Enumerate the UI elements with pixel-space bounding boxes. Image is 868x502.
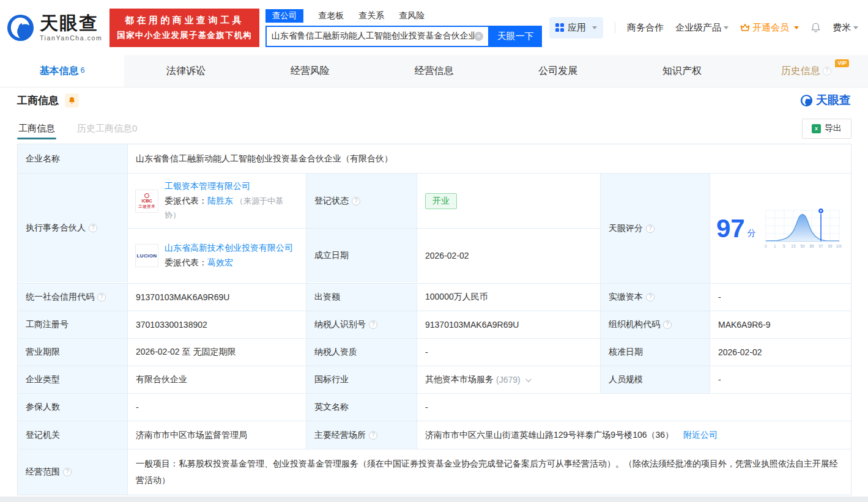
row-establish-date: 成立日期 2026-02-02 <box>306 228 601 282</box>
help-icon[interactable]: ? <box>646 224 655 233</box>
clear-search-icon[interactable]: × <box>474 32 483 41</box>
tab-basic-info[interactable]: 基本信息 6 <box>0 55 124 87</box>
industry-code: (J679) <box>496 375 521 385</box>
help-icon[interactable]: ? <box>646 293 655 301</box>
partner-company-link[interactable]: 山东省高新技术创业投资有限公司 <box>165 243 293 253</box>
svg-text:1: 1 <box>774 244 776 248</box>
representative-link[interactable]: 葛效宏 <box>207 257 233 267</box>
row-company-name: 企业名称 山东省鲁信工融新动能人工智能创业投资基金合伙企业（有限合伙） <box>18 144 851 174</box>
tab-legal-litigation[interactable]: 法律诉讼 <box>124 55 248 87</box>
chevron-down-icon <box>853 26 858 29</box>
help-icon[interactable]: ? <box>369 431 377 440</box>
row-business-scope: 经营范围 ? 一般项目：私募股权投资基金管理、创业投资基金管理服务（须在中国证券… <box>18 449 851 495</box>
tab-history-info[interactable]: VIP 历史信息 ? <box>744 55 868 87</box>
search-input[interactable] <box>272 31 474 41</box>
score-distribution-chart: 0 1 5 15 50 85 97 99 100 <box>761 205 842 253</box>
nav-business-cooperation[interactable]: 商务合作 <box>627 22 664 34</box>
subtab-history-business-info[interactable]: 历史工商信息0 <box>76 114 138 143</box>
search-tab-boss[interactable]: 查老板 <box>318 10 344 21</box>
staff-size-label: 人员规模 <box>601 366 710 393</box>
row-insured-count: 参保人数 - 英文名称 - <box>18 394 851 421</box>
score-axis-ticks: 0 1 5 15 50 85 97 99 100 <box>765 244 842 248</box>
ad-banner[interactable]: 都在用的商业查询工具 国家中小企业发展子基金旗下机构 <box>109 9 259 47</box>
help-icon[interactable]: ? <box>663 320 672 329</box>
svg-text:99: 99 <box>828 244 833 248</box>
establish-date-value: 2026-02-02 <box>417 229 601 282</box>
partner-company-link[interactable]: 工银资本管理有限公司 <box>165 181 250 191</box>
row-credit-code: 统一社会信用代码 ? 91370103MAK6A9R69U 出资额 100000… <box>18 284 851 311</box>
search-tab-company[interactable]: 查公司 <box>265 9 304 23</box>
approval-date-value: 2026-02-02 <box>710 339 851 366</box>
logo-title: 天眼查 <box>40 13 102 33</box>
business-scope-value: 一般项目：私募股权投资基金管理、创业投资基金管理服务（须在中国证券投资基金业协会… <box>128 449 851 495</box>
help-icon[interactable]: ? <box>63 468 72 476</box>
page-bottom-strip <box>0 496 868 502</box>
tianyancha-wave-icon <box>6 13 35 42</box>
tyc-score-label: 天眼评分 ? <box>601 174 710 283</box>
org-code-value: MAK6A9R6-9 <box>710 311 851 338</box>
svg-text:15: 15 <box>791 244 796 248</box>
section-header: 工商信息 天眼查 <box>0 87 868 113</box>
vip-badge: VIP <box>835 59 849 67</box>
search-tab-relation[interactable]: 查关系 <box>358 10 384 21</box>
company-detail-tabs: 基本信息 6 法律诉讼 经营风险 经营信息 公司发展 知识产权 VIP 历史信息… <box>0 55 868 87</box>
english-name-value: - <box>417 394 851 421</box>
nav-enterprise-products[interactable]: 企业级产品 <box>675 22 729 34</box>
svg-text:100: 100 <box>836 244 842 248</box>
apps-menu-button[interactable]: 应用 <box>549 17 603 39</box>
help-icon[interactable]: ? <box>89 224 97 232</box>
paid-in-capital-value: - <box>710 284 851 311</box>
tab-company-development[interactable]: 公司发展 <box>496 55 620 87</box>
svg-text:0: 0 <box>765 244 767 248</box>
tab-basic-info-count: 6 <box>80 66 84 75</box>
nearby-companies-link[interactable]: 附近公司 <box>683 430 718 441</box>
subtab-business-info[interactable]: 工商信息 <box>17 114 56 143</box>
tab-intellectual-property[interactable]: 知识产权 <box>620 55 744 87</box>
taxpayer-qualification-value: - <box>417 339 601 366</box>
help-icon[interactable]: ? <box>823 67 831 75</box>
approval-date-label: 核准日期 <box>601 339 710 366</box>
lucion-logo: LUCION <box>135 244 158 267</box>
row-reg-status: 登记状态 ? 开业 <box>306 174 601 228</box>
contributed-capital-value: 100000万人民币 <box>417 284 601 311</box>
help-icon[interactable]: ? <box>97 293 106 301</box>
tianyancha-wave-icon <box>800 94 813 107</box>
search-button[interactable]: 天眼一下 <box>489 26 542 47</box>
top-bar: 天眼查 TianYanCha.com 都在用的商业查询工具 国家中小企业发展子基… <box>0 0 868 55</box>
search-box[interactable]: × <box>265 26 489 47</box>
search-type-tabs: 查公司 查老板 查关系 查风险 <box>265 9 542 23</box>
status-badge: 开业 <box>425 193 457 209</box>
help-icon[interactable]: ? <box>369 320 377 329</box>
tab-operation-info[interactable]: 经营信息 <box>372 55 496 87</box>
main-premises-value: 济南市市中区六里山街道英雄山路129号祥泰广场9号楼106（36） 附近公司 <box>417 421 851 449</box>
tianyancha-logo[interactable]: 天眼查 TianYanCha.com <box>6 13 102 42</box>
chevron-down-icon <box>794 26 799 29</box>
rep-label: 委派代表： <box>165 257 207 267</box>
subscribe-bell-button[interactable] <box>65 94 79 108</box>
apps-label: 应用 <box>568 22 586 34</box>
chevron-down-icon[interactable] <box>525 376 532 382</box>
tianyancha-watermark: 天眼查 <box>800 92 851 108</box>
nav-user-menu[interactable]: 费米 <box>833 22 858 34</box>
credit-code-label: 统一社会信用代码 ? <box>18 284 128 311</box>
bell-icon <box>811 22 821 33</box>
icbc-capital-logo: ICBC 工银资本 <box>135 190 158 213</box>
export-button[interactable]: x 导出 <box>802 119 851 139</box>
reg-number-value: 370103300138902 <box>128 311 306 338</box>
notifications-button[interactable] <box>811 22 821 33</box>
bell-icon <box>68 96 76 105</box>
partner-item: ICBC 工银资本 工银资本管理有限公司 委派代表：陆胜东 （来源于中基协） <box>128 174 306 228</box>
tab-operation-risk[interactable]: 经营风险 <box>248 55 372 87</box>
insured-count-label: 参保人数 <box>18 394 128 421</box>
svg-text:85: 85 <box>809 244 814 248</box>
executive-partner-label: 执行事务合伙人 ? <box>18 174 128 282</box>
nav-vip-upgrade[interactable]: 开通会员 <box>740 22 799 34</box>
help-icon[interactable]: ? <box>352 197 360 205</box>
representative-link[interactable]: 陆胜东 <box>207 196 233 205</box>
chevron-down-icon <box>592 26 597 29</box>
reg-status-label: 登记状态 ? <box>306 174 417 228</box>
industry-label: 国标行业 <box>306 366 417 393</box>
search-tab-risk[interactable]: 查风险 <box>399 10 425 21</box>
top-nav: 应用 商务合作 企业级产品 开通会员 费米 <box>549 17 858 39</box>
excel-icon: x <box>812 124 821 133</box>
